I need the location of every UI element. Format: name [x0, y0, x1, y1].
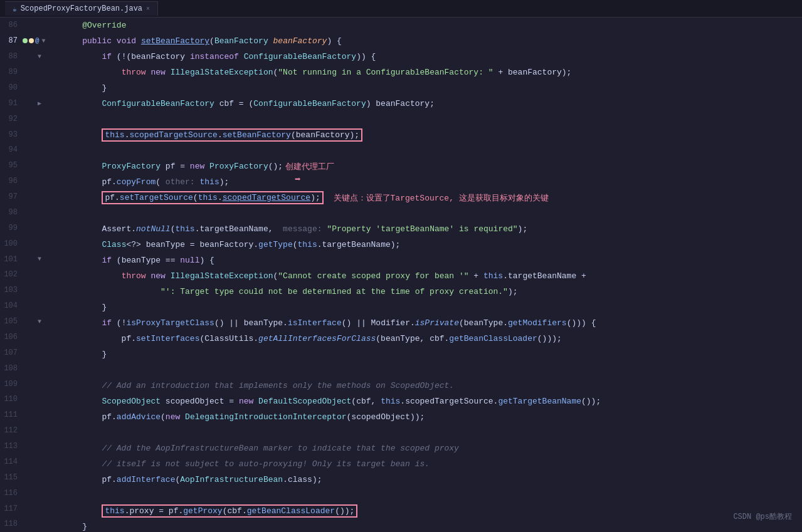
code-line-97: pf.setTargetSource(this.scopedTargetSour… [63, 190, 802, 206]
code-line-109: // Add an introduction that implements o… [63, 378, 802, 394]
line-num-103: 103 [0, 286, 23, 295]
line-num-105: 105 [0, 317, 23, 326]
code-line-112 [63, 425, 802, 441]
gutter-row-98: 98 [0, 205, 55, 221]
code-line-105: if (!isProxyTargetClass() || beanType.is… [63, 315, 802, 331]
code-line-92 [63, 112, 802, 127]
line-num-97: 97 [0, 192, 23, 201]
gutter-row-111: 111 [0, 407, 55, 423]
line-num-104: 104 [0, 301, 23, 310]
line-num-99: 99 [0, 224, 23, 232]
code-line-114: // itself is not subject to auto-proxyin… [63, 456, 802, 472]
line-num-102: 102 [0, 270, 23, 279]
code-line-89: throw new IllegalStateException("Not run… [63, 65, 802, 80]
code-line-91: ConfigurableBeanFactory cbf = (Configura… [63, 96, 802, 112]
gutter-row-96: 96 [0, 174, 55, 189]
gutter-row-99: 99 [0, 220, 55, 236]
gutter-row-102: 102 [0, 267, 55, 283]
title-bar: ☕ ScopedProxyFactoryBean.java × [0, 0, 802, 18]
line-num-111: 111 [0, 410, 23, 419]
code-line-101: if (beanType == null) { [63, 253, 802, 268]
gutter-row-106: 106 [0, 330, 55, 345]
watermark: CSDN @ps酷教程 [733, 511, 792, 522]
code-line-115: pf.addInterface(AopInfrastructureBean.cl… [63, 472, 802, 488]
code-line-94 [63, 143, 802, 159]
gutter-row-116: 116 [0, 485, 55, 501]
code-line-86: @Override [63, 18, 802, 33]
gutter-row-87: 87 @ ▼ [0, 33, 55, 49]
line-num-89: 89 [0, 68, 23, 76]
gutter-row-110: 110 [0, 392, 55, 407]
fold-arrow-91[interactable]: ▶ [36, 100, 43, 107]
gutter-row-101: 101 ▼ [0, 251, 55, 267]
java-file-icon: ☕ [13, 5, 17, 13]
gutter-row-100: 100 [0, 236, 55, 251]
code-line-116 [63, 488, 802, 503]
code-line-110: ScopedObject scopedObject = new DefaultS… [63, 394, 802, 409]
tab-filename: ScopedProxyFactoryBean.java [21, 4, 142, 13]
line-num-117: 117 [0, 504, 23, 513]
gutter-row-88: 88 ▼ [0, 49, 55, 65]
line-num-86: 86 [0, 21, 23, 29]
fold-arrow-88[interactable]: ▼ [36, 53, 43, 60]
gutter-row-118: 118 [0, 516, 55, 532]
line-num-114: 114 [0, 457, 23, 466]
code-line-102: throw new IllegalStateException("Cannot … [63, 268, 802, 284]
gutter-row-104: 104 [0, 298, 55, 314]
gutter-row-114: 114 [0, 454, 55, 470]
file-tab[interactable]: ☕ ScopedProxyFactoryBean.java × [5, 1, 158, 16]
fold-arrow-87[interactable]: ▼ [41, 38, 47, 44]
at-icon: @ [35, 37, 40, 44]
gutter-row-97: 97 [0, 189, 55, 205]
gutter-row-90: 90 [0, 80, 55, 96]
gutter-row-86: 86 [0, 18, 55, 33]
line-num-113: 113 [0, 442, 23, 451]
gutter-row-95: 95 [0, 158, 55, 174]
gutter-row-92: 92 [0, 111, 55, 127]
line-num-92: 92 [0, 115, 23, 123]
line-num-98: 98 [0, 208, 23, 217]
line-num-112: 112 [0, 426, 23, 435]
gutter-row-115: 115 [0, 469, 55, 485]
code-line-118: } [63, 519, 802, 532]
gutter-row-108: 108 [0, 360, 55, 376]
fold-arrow-105[interactable]: ▼ [36, 318, 43, 325]
line-num-94: 94 [0, 145, 23, 154]
code-line-117: this.proxy = pf.getProxy(cbf.getBeanClas… [63, 503, 802, 519]
line-num-109: 109 [0, 380, 23, 389]
code-line-93: this.scopedTargetSource.setBeanFactory(b… [63, 127, 802, 143]
line-num-90: 90 [0, 83, 23, 92]
gutter-row-105: 105 ▼ [0, 314, 55, 330]
line-num-96: 96 [0, 177, 23, 185]
gutter-row-103: 103 [0, 283, 55, 298]
line-num-91: 91 [0, 99, 23, 108]
tab-close-button[interactable]: × [146, 6, 150, 13]
code-line-96: pf.copyFrom( other: this); ➡ [63, 174, 802, 190]
gutter-row-109: 109 [0, 376, 55, 392]
line-num-88: 88 [0, 52, 23, 61]
gutter-row-107: 107 [0, 345, 55, 360]
code-line-98 [63, 206, 802, 221]
code-line-103: "': Target type could not be determined … [63, 284, 802, 300]
code-line-87: public void setBeanFactory(BeanFactory b… [63, 33, 802, 49]
line-icons-88: ▼ [23, 53, 55, 60]
gutter-row-112: 112 [0, 423, 55, 439]
code-line-99: Assert.notNull(this.targetBeanName, mess… [63, 221, 802, 237]
code-line-113: // Add the AopInfrastructureBean marker … [63, 441, 802, 456]
line-icons-91: ▶ [23, 100, 55, 107]
gutter-row-113: 113 [0, 439, 55, 454]
line-num-115: 115 [0, 473, 23, 482]
line-num-95: 95 [0, 161, 23, 170]
line-num-101: 101 [0, 255, 23, 264]
editor-area: 86 87 @ ▼ 88 ▼ 89 90 [0, 18, 802, 532]
line-num-110: 110 [0, 395, 23, 404]
code-content: @Override public void setBeanFactory(Bea… [60, 18, 802, 532]
line-num-108: 108 [0, 364, 23, 373]
code-line-95: ProxyFactory pf = new ProxyFactory();创建代… [63, 159, 802, 174]
breakpoint-green-icon [23, 38, 28, 43]
code-line-111: pf.addAdvice(new DelegatingIntroductionI… [63, 409, 802, 425]
bookmark-yellow-icon [29, 38, 34, 43]
line-gutter: 86 87 @ ▼ 88 ▼ 89 90 [0, 18, 60, 532]
fold-arrow-101[interactable]: ▼ [36, 256, 43, 263]
line-num-107: 107 [0, 348, 23, 357]
